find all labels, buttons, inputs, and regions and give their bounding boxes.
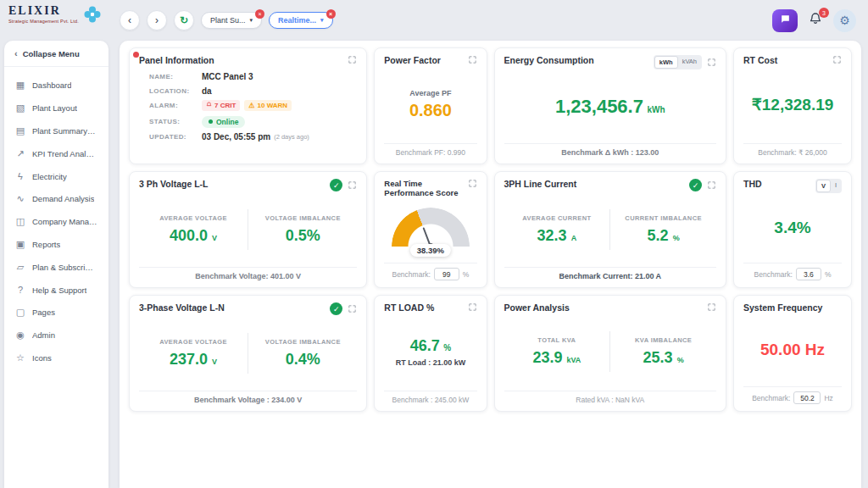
notification-count-badge: 3	[819, 8, 829, 18]
card-energy-consumption: Energy Consumption kWh kVAh 1,23,456.7 k…	[494, 47, 727, 164]
card-title: THD	[743, 179, 762, 189]
forward-button[interactable]: ›	[147, 10, 167, 30]
sidebar-item-dashboard[interactable]: ▦Dashboard	[4, 74, 108, 97]
voltage-imbalance-value: 0.5%	[252, 227, 353, 245]
voltage-imbalance-stat: VOLTAGE IMBALANCE 0.5%	[248, 209, 357, 250]
gauge-arc	[392, 208, 470, 247]
card-power-analysis: Power Analysis TOTAL KVA 23.9 kVA KVA IM…	[494, 295, 727, 412]
imbalance-unit: %	[673, 234, 680, 242]
kva-imbalance-value: 25.3	[643, 349, 673, 366]
sidebar-item-pages[interactable]: ▢Pages	[4, 301, 108, 324]
stat-label: AVERAGE CURRENT	[508, 214, 607, 222]
plant-select-dropdown[interactable]: Plant Su... ▾ ×	[201, 12, 262, 29]
back-arrow-icon: ‹	[128, 14, 131, 26]
summary-icon: ▤	[15, 125, 25, 136]
sidebar-item-plant-layout[interactable]: ▧Plant Layout	[4, 97, 108, 119]
sidebar-item-electricity[interactable]: ϟElectricity	[4, 165, 108, 187]
warning-alarm-badge[interactable]: ⚠10 WARN	[244, 100, 292, 111]
sidebar-item-label: Pages	[32, 308, 55, 317]
expand-icon[interactable]	[348, 304, 357, 313]
card-title: RT Cost	[743, 55, 777, 65]
card-title: System Frequency	[743, 302, 822, 313]
chat-button[interactable]	[772, 9, 798, 32]
expand-icon[interactable]	[468, 302, 477, 312]
realtime-select-dropdown[interactable]: Realtime... ▾ ×	[269, 12, 333, 29]
clear-realtime-button[interactable]: ×	[326, 9, 336, 19]
clear-plant-button[interactable]: ×	[255, 9, 264, 19]
stat-label: TOTAL KVA	[508, 336, 607, 344]
sidebar-item-reports[interactable]: ▣Reports	[4, 233, 108, 256]
expand-icon[interactable]	[707, 180, 716, 190]
realtime-select-label: Realtime...	[278, 16, 316, 25]
current-toggle-option[interactable]: I	[831, 180, 841, 192]
thd-benchmark-input[interactable]	[796, 268, 821, 280]
settings-button[interactable]: ⚙	[833, 9, 856, 32]
expand-icon[interactable]	[348, 180, 357, 190]
sidebar-item-kpi-trend-analytics[interactable]: ↗KPI Trend Analytics	[4, 142, 108, 165]
average-voltage-value: 237.0	[170, 351, 208, 368]
expand-icon[interactable]	[707, 302, 716, 312]
card-voltage-ln: 3-Phase Voltage L-N ✓ AVERAGE VOLTAGE 23…	[129, 295, 367, 412]
rt-load-unit: %	[443, 343, 451, 352]
critical-alarm-badge[interactable]: 7 CRIT	[202, 100, 240, 111]
expand-icon[interactable]	[468, 179, 477, 188]
expand-icon[interactable]	[468, 55, 477, 64]
kvah-toggle-option[interactable]: kVAh	[678, 56, 701, 69]
refresh-button[interactable]: ↻	[174, 10, 194, 30]
frequency-value: 50.00 Hz	[760, 341, 825, 359]
average-voltage-stat: AVERAGE VOLTAGE 400.0 V	[139, 209, 248, 250]
benchmark-label: Benchmark:	[392, 270, 430, 279]
stat-label: CURRENT IMBALANCE	[614, 214, 713, 222]
expand-icon[interactable]	[707, 58, 716, 67]
benchmark-footer: Rated kVA : NaN kVA	[504, 391, 717, 404]
performance-gauge: 38.39%	[392, 208, 470, 247]
warning-icon: ⚠	[248, 102, 254, 109]
sidebar-item-label: Help & Support	[32, 286, 86, 295]
card-rt-load: RT LOAD % 46.7 % RT Load : 21.00 kW Benc…	[374, 295, 487, 412]
notifications-button[interactable]: 3	[804, 9, 826, 31]
voltage-unit: V	[212, 234, 217, 242]
thd-mode-toggle[interactable]: V I	[815, 179, 842, 193]
benchmark-label: Benchmark:	[752, 394, 790, 402]
admin-icon: ◉	[15, 330, 25, 341]
sidebar-item-plan-subscription[interactable]: ▱Plan & Subscription	[4, 256, 108, 279]
kwh-toggle-option[interactable]: kWh	[654, 56, 678, 69]
panel-name-value: MCC Panel 3	[202, 72, 253, 81]
unit-toggle[interactable]: kWh kVAh	[654, 55, 702, 69]
sidebar-item-help-support[interactable]: ?Help & Support	[4, 279, 108, 301]
voltage-imbalance-stat: VOLTAGE IMBALANCE 0.4%	[248, 333, 357, 374]
stat-label: AVERAGE VOLTAGE	[142, 214, 244, 222]
card-power-factor: Power Factor Average PF 0.860 Benchmark …	[374, 47, 487, 164]
card-title: 3PH Line Current	[504, 179, 577, 189]
thd-value: 3.4%	[774, 219, 810, 237]
sidebar-item-plant-summary-ht[interactable]: ▤Plant Summary HT	[4, 119, 108, 142]
performance-benchmark-input[interactable]	[434, 268, 459, 280]
ok-check-icon: ✓	[330, 302, 342, 315]
sidebar-item-icons[interactable]: ☆Icons	[4, 347, 108, 369]
sidebar-item-label: Reports	[32, 240, 60, 249]
benchmark-unit: Hz	[824, 394, 832, 402]
expand-icon[interactable]	[348, 55, 357, 64]
benchmark-unit: %	[463, 270, 470, 279]
frequency-benchmark-input[interactable]	[793, 391, 821, 404]
report-icon: ▣	[15, 239, 25, 250]
back-button[interactable]: ‹	[120, 10, 140, 30]
sidebar-item-label: Plant Summary HT	[32, 126, 97, 136]
power-factor-value: 0.860	[409, 101, 452, 120]
expand-icon[interactable]	[832, 55, 842, 64]
sidebar-item-company-management[interactable]: ◫Company Managem...	[4, 210, 108, 233]
sidebar-item-admin[interactable]: ◉Admin	[4, 324, 108, 347]
sidebar: ‹ Collapse Menu ▦Dashboard ▧Plant Layout…	[4, 41, 108, 488]
chevron-down-icon: ▾	[320, 17, 324, 24]
sidebar-item-demand-analysis[interactable]: ∿Demand Analysis	[4, 187, 108, 210]
left-column: ELIXIR Strategic Management Pvt. Ltd. ‹ …	[0, 0, 113, 488]
sidebar-item-label: Plan & Subscription	[32, 263, 97, 272]
voltage-toggle-option[interactable]: V	[816, 180, 831, 192]
forward-arrow-icon: ›	[155, 14, 159, 26]
sidebar-item-label: Plant Layout	[32, 103, 77, 113]
collapse-menu-button[interactable]: ‹ Collapse Menu	[4, 41, 108, 67]
chevron-left-icon: ‹	[14, 48, 18, 58]
card-rt-cost: RT Cost ₹12,328.19 Benchmark: ₹ 26,000	[733, 47, 852, 164]
refresh-icon: ↻	[180, 14, 188, 26]
sidebar-nav: ▦Dashboard ▧Plant Layout ▤Plant Summary …	[4, 67, 108, 369]
